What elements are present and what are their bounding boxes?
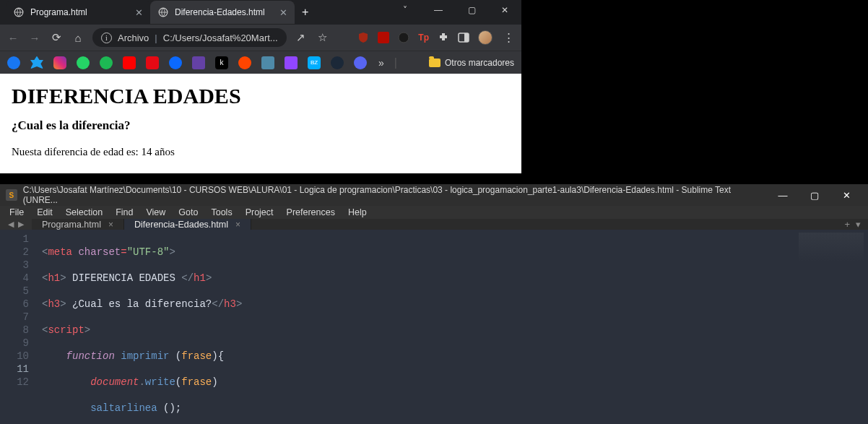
minimap[interactable] bbox=[789, 230, 868, 424]
editor-tab-programa[interactable]: Programa.html × bbox=[32, 219, 124, 230]
extension-area: Tр ⋮ bbox=[357, 30, 516, 45]
extensions-icon[interactable] bbox=[438, 32, 449, 43]
nav-back-icon[interactable]: ◀ bbox=[8, 220, 14, 229]
sublime-logo-icon: S bbox=[6, 189, 17, 201]
pdf-icon[interactable] bbox=[378, 32, 389, 43]
tab-close-icon[interactable]: ✕ bbox=[135, 7, 143, 18]
ln: 11 bbox=[0, 363, 29, 376]
side-panel-icon[interactable] bbox=[458, 32, 469, 43]
steam-icon[interactable] bbox=[331, 56, 344, 69]
editor-tab-diferencia[interactable]: Diferencia-Edades.html × bbox=[124, 219, 251, 230]
spotify-icon[interactable] bbox=[100, 56, 113, 69]
code-area[interactable]: <meta charset="UTF-8"> <h1> DIFERENCIA E… bbox=[36, 230, 789, 424]
menu-selection[interactable]: Selection bbox=[61, 206, 108, 219]
tab-search-icon[interactable]: ˅ bbox=[389, 0, 422, 20]
tab-close-icon[interactable]: × bbox=[235, 220, 240, 230]
globe-icon bbox=[13, 7, 25, 18]
sublime-title-text: C:\Users\Josafat Martínez\Documents\10 -… bbox=[23, 185, 761, 205]
ln: 5 bbox=[0, 285, 29, 298]
tab-close-icon[interactable]: × bbox=[108, 220, 113, 230]
prime-icon[interactable] bbox=[261, 56, 274, 69]
menu-find[interactable]: Find bbox=[110, 206, 138, 219]
menu-goto[interactable]: Goto bbox=[173, 206, 203, 219]
site-info-icon[interactable]: i bbox=[101, 33, 112, 43]
disney-icon[interactable] bbox=[169, 56, 182, 69]
bookmark-star-icon[interactable]: ☆ bbox=[316, 30, 330, 45]
menu-help[interactable]: Help bbox=[343, 206, 372, 219]
minimap-content bbox=[799, 233, 864, 261]
sublime-window: S C:\Users\Josafat Martínez\Documents\10… bbox=[0, 184, 868, 424]
page-content: DIFERENCIA EDADES ¿Cual es la diferencia… bbox=[0, 74, 521, 173]
forward-button[interactable]: → bbox=[27, 30, 42, 45]
reddit-icon[interactable] bbox=[238, 56, 251, 69]
tab-menu-icon[interactable]: ▾ bbox=[856, 219, 861, 230]
mastodon-icon[interactable] bbox=[192, 56, 205, 69]
editor-tab-title: Diferencia-Edades.html bbox=[134, 220, 228, 230]
reload-button[interactable]: ⟳ bbox=[49, 30, 64, 45]
maximize-button[interactable]: ▢ bbox=[455, 0, 488, 20]
menu-file[interactable]: File bbox=[4, 206, 29, 219]
kebab-menu-icon[interactable]: ⋮ bbox=[501, 30, 516, 45]
new-tab-icon[interactable]: + bbox=[844, 219, 850, 230]
dark-icon[interactable] bbox=[398, 32, 409, 43]
other-bookmarks-label: Otros marcadores bbox=[445, 58, 514, 68]
page-h3: ¿Cual es la diferencia? bbox=[12, 118, 510, 133]
code-editor[interactable]: 1 2 3 4 5 6 7 8 9 10 11 12 <meta charset… bbox=[0, 230, 868, 424]
whatsapp-icon[interactable] bbox=[77, 56, 90, 69]
twitch-icon[interactable] bbox=[285, 56, 298, 69]
discord-icon[interactable] bbox=[354, 56, 367, 69]
menu-edit[interactable]: Edit bbox=[32, 206, 58, 219]
blizzard-icon[interactable]: BZ bbox=[308, 56, 321, 69]
close-button[interactable]: ✕ bbox=[830, 184, 862, 206]
new-tab-button[interactable]: + bbox=[295, 6, 316, 19]
chrome-top: Programa.html ✕ Diferencia-Edades.html ✕… bbox=[0, 0, 521, 74]
browser-tab-programa[interactable]: Programa.html ✕ bbox=[6, 1, 150, 24]
window-controls: ˅ — ▢ ✕ bbox=[389, 0, 521, 25]
menu-tools[interactable]: Tools bbox=[206, 206, 237, 219]
menu-view[interactable]: View bbox=[141, 206, 170, 219]
back-button[interactable]: ← bbox=[6, 30, 20, 45]
nav-forward-icon[interactable]: ▶ bbox=[18, 220, 24, 229]
tab-close-icon[interactable]: ✕ bbox=[279, 7, 287, 18]
k-icon[interactable]: k bbox=[215, 56, 228, 69]
sublime-window-controls: — ▢ ✕ bbox=[767, 184, 862, 206]
menu-project[interactable]: Project bbox=[240, 206, 279, 219]
globe-icon bbox=[157, 7, 169, 18]
ln: 6 bbox=[0, 298, 29, 311]
ublock-icon[interactable] bbox=[357, 32, 369, 43]
ln: 8 bbox=[0, 324, 29, 337]
minimize-button[interactable]: — bbox=[422, 0, 455, 20]
address-bar[interactable]: i Archivo | C:/Users/Josafat%20Mart... bbox=[92, 28, 287, 47]
ln: 12 bbox=[0, 376, 29, 389]
line-gutter: 1 2 3 4 5 6 7 8 9 10 11 12 bbox=[0, 230, 36, 424]
netflix-icon[interactable] bbox=[146, 56, 159, 69]
other-bookmarks-folder[interactable]: Otros marcadores bbox=[429, 58, 514, 68]
browser-tab-title: Programa.html bbox=[30, 7, 87, 17]
twitter-icon[interactable] bbox=[30, 56, 43, 69]
sublime-titlebar[interactable]: S C:\Users\Josafat Martínez\Documents\10… bbox=[0, 184, 868, 206]
url-scheme: Archivo bbox=[118, 33, 149, 43]
instagram-icon[interactable] bbox=[53, 56, 66, 69]
tp-icon[interactable]: Tр bbox=[418, 33, 429, 43]
profile-avatar[interactable] bbox=[478, 30, 492, 45]
ln: 4 bbox=[0, 272, 29, 285]
browser-tab-diferencia[interactable]: Diferencia-Edades.html ✕ bbox=[150, 1, 295, 24]
svg-rect-2 bbox=[378, 32, 389, 43]
maximize-button[interactable]: ▢ bbox=[799, 184, 830, 206]
youtube-icon[interactable] bbox=[123, 56, 136, 69]
share-icon[interactable]: ↗ bbox=[294, 30, 308, 45]
minimize-button[interactable]: — bbox=[767, 184, 799, 206]
ln: 7 bbox=[0, 311, 29, 324]
tab-history-nav[interactable]: ◀ ▶ bbox=[0, 219, 32, 230]
tabbar-right: + ▾ bbox=[837, 219, 868, 230]
bookmarks-overflow[interactable]: » bbox=[378, 57, 384, 69]
url-text: C:/Users/Josafat%20Mart... bbox=[163, 33, 278, 43]
close-button[interactable]: ✕ bbox=[488, 0, 521, 20]
browser-toolbar: ← → ⟳ ⌂ i Archivo | C:/Users/Josafat%20M… bbox=[0, 25, 521, 51]
home-button[interactable]: ⌂ bbox=[71, 30, 85, 45]
ln: 10 bbox=[0, 350, 29, 363]
menu-preferences[interactable]: Preferences bbox=[282, 206, 340, 219]
facebook-icon[interactable] bbox=[7, 56, 20, 69]
sublime-menubar: File Edit Selection Find View Goto Tools… bbox=[0, 206, 868, 219]
editor-tab-title: Programa.html bbox=[42, 220, 101, 230]
